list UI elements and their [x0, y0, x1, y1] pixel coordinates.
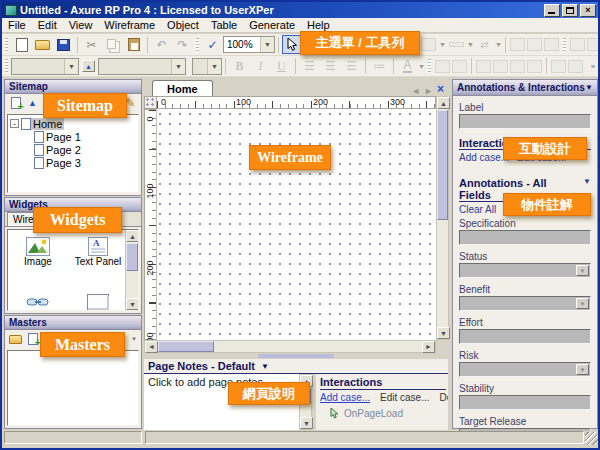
- stability-field[interactable]: [459, 395, 591, 410]
- open-button[interactable]: [32, 35, 53, 54]
- splitter-handle[interactable]: [258, 354, 334, 358]
- toolbar-grip[interactable]: [563, 38, 566, 52]
- chevron-down-icon[interactable]: ▼: [64, 59, 78, 74]
- scroll-up-button[interactable]: ▲: [126, 230, 139, 242]
- menu-file[interactable]: File: [2, 18, 32, 33]
- toolbar-grip[interactable]: [5, 59, 8, 73]
- menu-view[interactable]: View: [63, 18, 99, 33]
- chevron-down-icon[interactable]: ▼: [495, 41, 502, 48]
- delete-case-link[interactable]: Delete case...: [440, 392, 449, 403]
- distribute-v-button[interactable]: [568, 60, 583, 73]
- scroll-down-button[interactable]: ▼: [126, 298, 139, 310]
- italic-button[interactable]: I: [250, 57, 271, 76]
- benefit-select[interactable]: ▼: [459, 296, 591, 311]
- maximize-button[interactable]: [562, 4, 578, 17]
- panel-overflow-button[interactable]: ▼: [129, 330, 139, 348]
- widgets-scrollbar[interactable]: ▲ ▼: [125, 230, 138, 310]
- tree-item-page3[interactable]: Page 3: [8, 156, 138, 169]
- align-right-button[interactable]: ☰: [341, 57, 362, 76]
- sitemap-header[interactable]: Sitemap: [5, 80, 141, 94]
- align-center-button[interactable]: ☰: [320, 57, 341, 76]
- paste-button[interactable]: [123, 35, 144, 54]
- close-button[interactable]: ×: [580, 4, 596, 17]
- widget-image[interactable]: Image: [12, 236, 64, 267]
- align-left-button[interactable]: ☰: [299, 57, 320, 76]
- toolbar-button[interactable]: [587, 38, 600, 51]
- toolbar-button[interactable]: [510, 38, 525, 51]
- scroll-left-button[interactable]: ◄: [145, 341, 158, 353]
- status-select[interactable]: ▼: [459, 263, 591, 278]
- new-button[interactable]: [11, 35, 32, 54]
- font-size-combo[interactable]: ▼: [192, 58, 222, 75]
- add-page-button[interactable]: [7, 96, 24, 111]
- font-family-combo[interactable]: ▼: [11, 58, 79, 75]
- tree-item-page2[interactable]: Page 2: [8, 143, 138, 156]
- font-style-combo[interactable]: ▼: [98, 58, 186, 75]
- open-master-button[interactable]: [7, 332, 24, 347]
- add-case-link[interactable]: Add case...: [459, 152, 509, 163]
- bold-button[interactable]: B: [229, 57, 250, 76]
- line-style-button[interactable]: [446, 35, 467, 54]
- chevron-down-icon[interactable]: ▼: [207, 59, 221, 74]
- scroll-down-button[interactable]: ▼: [300, 417, 313, 429]
- wireframe-canvas[interactable]: [156, 109, 436, 340]
- zoom-combo[interactable]: 100% ▼: [223, 36, 275, 53]
- risk-select[interactable]: ▼: [459, 362, 591, 377]
- toolbar-button[interactable]: [527, 38, 542, 51]
- masters-header[interactable]: Masters: [5, 316, 141, 330]
- send-backward-button[interactable]: [527, 60, 542, 73]
- scroll-right-button[interactable]: ►: [422, 341, 435, 353]
- bullet-list-button[interactable]: ≔: [369, 57, 390, 76]
- menu-wireframe[interactable]: Wireframe: [98, 18, 161, 33]
- onpageload-row[interactable]: OnPageLoad: [316, 408, 448, 419]
- collapse-icon[interactable]: -: [10, 119, 19, 128]
- menu-object[interactable]: Object: [161, 18, 205, 33]
- inspector-header[interactable]: Annotations & Interactions ▼: [453, 80, 597, 96]
- underline-button[interactable]: U: [271, 57, 292, 76]
- send-back-button[interactable]: [493, 60, 508, 73]
- tree-item-home[interactable]: - Home: [8, 117, 138, 130]
- font-color-button[interactable]: A: [397, 57, 418, 76]
- page-notes-header[interactable]: Page Notes - Default ▼: [144, 359, 448, 374]
- toolbar-button[interactable]: [570, 38, 585, 51]
- title-bar[interactable]: Untitled - Axure RP Pro 4 : Licensed to …: [2, 2, 598, 18]
- tab-home[interactable]: Home: [152, 80, 213, 96]
- save-button[interactable]: [53, 35, 74, 54]
- scrollbar-thumb[interactable]: [158, 341, 214, 352]
- canvas-vscrollbar[interactable]: ▲ ▼: [436, 96, 449, 340]
- chevron-down-icon[interactable]: ▼: [261, 362, 269, 371]
- undo-button[interactable]: ↶: [151, 35, 172, 54]
- ungroup-button[interactable]: [452, 60, 467, 73]
- copy-button[interactable]: [102, 35, 123, 54]
- chevron-down-icon[interactable]: ▼: [418, 63, 425, 70]
- scrollbar-thumb[interactable]: [126, 243, 138, 271]
- chevron-down-icon[interactable]: ▼: [576, 298, 589, 309]
- toolbar-overflow-button[interactable]: »: [588, 57, 598, 75]
- chevron-down-icon[interactable]: ▼: [576, 265, 589, 276]
- spellcheck-button[interactable]: ✓: [202, 35, 223, 54]
- resize-grip[interactable]: [585, 432, 598, 445]
- scrollbar-thumb[interactable]: [437, 110, 448, 220]
- menu-table[interactable]: Table: [205, 18, 243, 33]
- minimize-button[interactable]: [544, 4, 560, 17]
- chevron-down-icon[interactable]: ▼: [439, 41, 446, 48]
- specification-field[interactable]: [459, 230, 591, 245]
- edit-case-link[interactable]: Edit case...: [380, 392, 429, 403]
- scroll-down-button[interactable]: ▼: [437, 327, 450, 339]
- menu-generate[interactable]: Generate: [243, 18, 301, 33]
- widget-rectangle[interactable]: Rectangle: [72, 292, 124, 311]
- border-style-button[interactable]: [418, 35, 439, 54]
- toolbar-grip[interactable]: [5, 38, 8, 52]
- chevron-down-icon[interactable]: ▼: [260, 37, 274, 52]
- bring-forward-button[interactable]: [510, 60, 525, 73]
- label-field[interactable]: [459, 114, 591, 129]
- bring-front-button[interactable]: [476, 60, 491, 73]
- widget-text-panel[interactable]: A Text Panel: [72, 236, 124, 267]
- cut-button[interactable]: ✂: [81, 35, 102, 54]
- toolbar-grip[interactable]: [428, 59, 431, 73]
- arrow-style-button[interactable]: ⇄: [474, 35, 495, 54]
- tab-prev-button[interactable]: ◄: [411, 86, 420, 96]
- group-button[interactable]: [435, 60, 450, 73]
- scroll-up-button[interactable]: ▲: [437, 97, 450, 109]
- tab-close-button[interactable]: ×: [437, 82, 444, 96]
